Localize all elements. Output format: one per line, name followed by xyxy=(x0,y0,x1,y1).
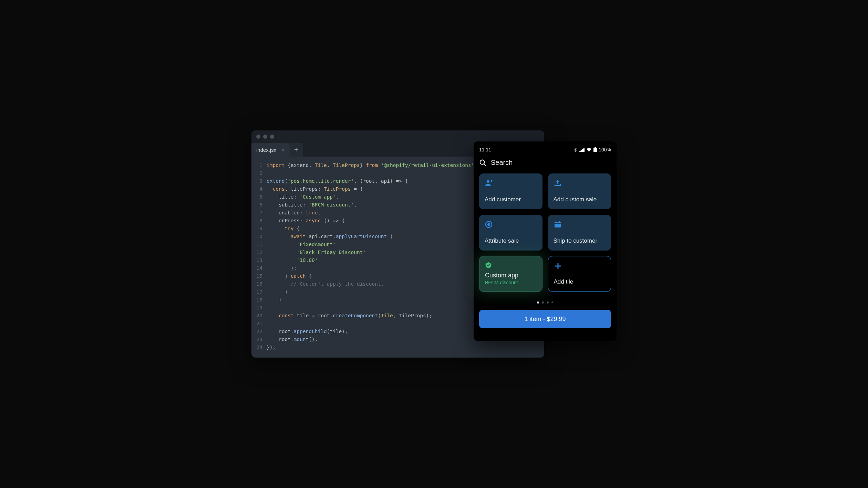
tab-index-jsx[interactable]: index.jsx × xyxy=(251,143,290,157)
tile-title: Attribute sale xyxy=(485,237,537,244)
page-dot[interactable] xyxy=(542,301,544,304)
checkout-label: 1 item - $29.99 xyxy=(524,316,566,323)
traffic-light-zoom[interactable] xyxy=(270,135,274,139)
bluetooth-icon xyxy=(574,147,577,152)
search-bar[interactable]: Search xyxy=(479,159,611,167)
tile-title: Ship to customer xyxy=(554,237,606,244)
calendar-icon xyxy=(554,220,562,229)
tile-attribute-sale[interactable]: Attribute sale xyxy=(479,215,542,251)
person-icon xyxy=(485,179,493,187)
tile-custom-app[interactable]: Custom app BFCM discount xyxy=(479,256,542,292)
page-dot[interactable] xyxy=(547,301,549,304)
tile-add-custom-sale[interactable]: Add custom sale xyxy=(548,173,611,209)
svg-line-3 xyxy=(484,163,486,166)
svg-point-4 xyxy=(487,180,489,183)
tab-label: index.jsx xyxy=(256,147,276,153)
status-time: 11:11 xyxy=(479,147,491,152)
line-number-gutter: 123456789101112131415161718192021222324 xyxy=(251,161,267,353)
tile-grid: Add customer Add custom sale Attribute s… xyxy=(479,173,611,292)
status-icons: 100% xyxy=(574,147,611,152)
phone-mockup: 11:11 100% Search Add customer Add custo… xyxy=(474,141,617,341)
tile-add-customer[interactable]: Add customer xyxy=(479,173,542,209)
tile-add-tile[interactable]: Add tile xyxy=(548,256,611,292)
new-tab-button[interactable]: + xyxy=(290,143,303,157)
status-bar: 11:11 100% xyxy=(479,147,611,152)
signal-icon xyxy=(579,148,585,152)
verified-badge-icon xyxy=(485,262,492,269)
tile-title: Add custom sale xyxy=(554,196,606,203)
tile-title: Custom app xyxy=(485,272,537,279)
traffic-light-minimize[interactable] xyxy=(263,135,267,139)
page-dot-active[interactable] xyxy=(537,301,539,304)
tile-subtitle: BFCM discount xyxy=(485,280,537,285)
search-icon xyxy=(479,159,487,167)
titlebar xyxy=(251,130,544,143)
page-dot-add[interactable]: + xyxy=(551,301,554,304)
battery-icon xyxy=(593,147,597,152)
wifi-icon xyxy=(586,148,592,152)
close-icon[interactable]: × xyxy=(281,147,285,153)
svg-rect-1 xyxy=(595,147,596,148)
tile-title: Add customer xyxy=(485,196,537,203)
target-icon xyxy=(485,220,493,229)
svg-rect-9 xyxy=(555,222,561,223)
tile-title: Add tile xyxy=(554,278,606,285)
svg-point-6 xyxy=(488,223,490,225)
battery-percent: 100% xyxy=(599,147,611,152)
traffic-light-close[interactable] xyxy=(256,135,260,139)
checkout-button[interactable]: 1 item - $29.99 xyxy=(479,310,611,328)
svg-rect-0 xyxy=(593,148,597,152)
tile-ship-to-customer[interactable]: Ship to customer xyxy=(548,215,611,251)
page-indicator: + xyxy=(479,301,611,304)
search-label: Search xyxy=(491,159,513,167)
upload-icon xyxy=(554,179,562,187)
plus-icon xyxy=(554,262,562,270)
